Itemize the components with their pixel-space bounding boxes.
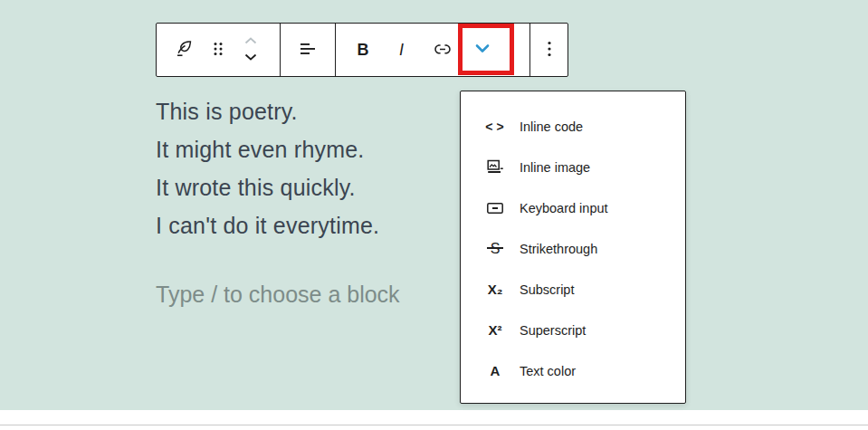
- drag-handle-icon: [210, 41, 226, 60]
- block-toolbar: B I: [156, 23, 568, 77]
- align-text-left-button[interactable]: [297, 24, 319, 76]
- bold-icon: B: [358, 41, 369, 60]
- chevron-down-icon: [243, 52, 259, 65]
- menu-item-subscript[interactable]: X₂ Subscript: [461, 269, 685, 310]
- kebab-menu-icon: [539, 38, 560, 62]
- more-formats-dropdown-button[interactable]: [463, 24, 502, 76]
- empty-block-placeholder[interactable]: Type / to choose a block: [156, 282, 400, 308]
- move-down-button[interactable]: [234, 50, 267, 67]
- align-text-left-icon: [297, 38, 319, 62]
- inline-image-icon: [483, 157, 507, 178]
- italic-icon: I: [399, 41, 406, 60]
- subscript-icon: X₂: [483, 282, 507, 297]
- poem-line[interactable]: I can't do it everytime.: [156, 206, 379, 244]
- menu-item-label: Inline image: [520, 160, 590, 175]
- format-controls-group: B I: [336, 24, 530, 76]
- alignment-group: [281, 24, 336, 76]
- menu-item-keyboard-input[interactable]: Keyboard input: [461, 187, 685, 228]
- link-button[interactable]: [423, 24, 463, 76]
- superscript-icon: X²: [483, 322, 507, 338]
- menu-item-label: Keyboard input: [520, 201, 608, 215]
- drag-handle[interactable]: [205, 24, 231, 76]
- editor-screenshot: B I: [0, 0, 868, 430]
- bold-button[interactable]: B: [343, 24, 383, 76]
- options-group: [530, 24, 568, 76]
- poem-line[interactable]: This is poetry.: [156, 92, 379, 130]
- menu-item-label: Inline code: [520, 119, 583, 134]
- options-menu-button[interactable]: [539, 24, 560, 76]
- menu-item-label: Text color: [520, 364, 576, 378]
- text-color-icon: A: [483, 363, 507, 378]
- keyboard-input-icon: [483, 197, 507, 219]
- chevron-up-icon: [243, 34, 259, 48]
- verse-block-button[interactable]: [166, 24, 202, 76]
- poem-line[interactable]: It might even rhyme.: [156, 130, 379, 168]
- strikethrough-icon: S: [483, 241, 507, 257]
- menu-item-inline-image[interactable]: Inline image: [461, 147, 685, 187]
- move-up-button[interactable]: [234, 33, 267, 50]
- menu-item-label: Subscript: [520, 282, 574, 297]
- formats-dropdown-menu: <> Inline code Inline image: [460, 91, 686, 404]
- more-formats-chevron-icon: [472, 43, 492, 57]
- verse-block-icon: [173, 38, 195, 62]
- menu-item-inline-code[interactable]: <> Inline code: [461, 106, 685, 147]
- menu-item-strikethrough[interactable]: S Strikethrough: [461, 228, 685, 269]
- window-bottom-edge: [0, 425, 868, 425]
- italic-button[interactable]: I: [383, 24, 423, 76]
- menu-item-superscript[interactable]: X² Superscript: [461, 310, 685, 350]
- link-icon: [432, 38, 453, 62]
- menu-item-label: Superscript: [520, 323, 586, 338]
- menu-item-text-color[interactable]: A Text color: [461, 350, 685, 391]
- menu-item-label: Strikethrough: [520, 242, 597, 256]
- inline-code-icon: <>: [483, 119, 507, 134]
- block-controls-group: [157, 24, 281, 76]
- verse-block-text[interactable]: This is poetry. It might even rhyme. It …: [156, 92, 379, 244]
- block-movers: [234, 24, 267, 76]
- poem-line[interactable]: It wrote this quickly.: [156, 168, 379, 206]
